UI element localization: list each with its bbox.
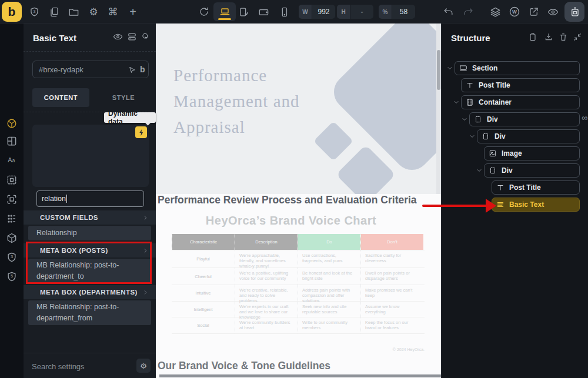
table-cell: Write to our community members [298, 317, 360, 333]
col-header: Description [235, 234, 298, 250]
active-device-underline [218, 18, 231, 20]
templates-stamp-icon[interactable] [5, 173, 19, 187]
height-value[interactable]: - [350, 5, 373, 19]
panel-title: Basic Text [33, 33, 76, 43]
device-mobile-icon[interactable] [277, 5, 291, 19]
presets-cards-icon[interactable] [126, 31, 138, 42]
text-content-area[interactable] [32, 125, 149, 187]
typography-icon[interactable]: Aa [5, 153, 19, 168]
undo-icon[interactable] [441, 5, 455, 19]
save-button[interactable] [564, 2, 584, 22]
device-tablet-rotate-icon[interactable] [236, 5, 250, 19]
dynamic-tag-relationship[interactable]: Relationship [28, 226, 151, 240]
table-cell: Sacrifice clarity for cleverness [360, 250, 423, 267]
chevron-down-icon[interactable] [461, 116, 468, 123]
group-header-meta-box-departments[interactable]: META BOX (DEPARTMENTS) [24, 285, 156, 299]
pointer-cursor-icon[interactable] [126, 64, 138, 76]
tree-node-div[interactable]: Div [484, 163, 580, 178]
chevron-down-icon[interactable] [476, 167, 483, 174]
tree-node-basic-text-selected[interactable]: Basic Text [492, 198, 580, 212]
eye-preview-icon[interactable] [546, 5, 560, 19]
shield-3-icon[interactable]: 3 [5, 250, 19, 265]
device-desktop-button[interactable] [213, 2, 236, 21]
zoom-percent-field[interactable]: % 58 [379, 5, 415, 19]
refresh-icon[interactable] [197, 5, 211, 19]
bricks-logo-button[interactable]: b [2, 2, 22, 22]
table-cell: Playful [172, 250, 235, 267]
settings-gear-icon[interactable]: ⚙ [86, 5, 101, 19]
canvas-scrollbar-thumb[interactable] [437, 50, 440, 90]
left-icon-rail: Aa 3 5 [0, 24, 24, 378]
footer-gear-icon[interactable]: ⚙ [136, 359, 151, 373]
revisions-layers-icon[interactable] [488, 5, 502, 19]
element-id-input[interactable]: #brxe-rydapk b [32, 61, 149, 78]
table-cell: Social [172, 317, 235, 333]
table-cell: Be honest and look at the bright side [298, 268, 360, 285]
chevron-down-icon[interactable] [469, 133, 476, 140]
group-header-custom-fields[interactable]: CUSTOM FIELDS [24, 210, 156, 225]
table-cell: Make promises we can’t keep [360, 285, 423, 301]
chevron-down-icon[interactable] [446, 65, 453, 72]
zoom-label: % [379, 5, 392, 19]
tree-node-post-title[interactable]: Post Title [461, 78, 580, 92]
table-cell: Dwell on pain points or disparage others [360, 268, 423, 285]
trash-icon[interactable] [557, 31, 569, 43]
dynamic-tag-mb-relationship-from[interactable]: MB Relationship: post-to-department_from [28, 300, 151, 325]
add-element-icon[interactable]: + [126, 5, 140, 19]
tab-content[interactable]: CONTENT [32, 88, 89, 107]
table-row: Playful We’re approachable, friendly, an… [172, 250, 425, 268]
shield-version-icon[interactable]: 3 [27, 5, 41, 19]
chevron-right-icon [142, 247, 149, 254]
shield-5-icon[interactable]: 5 [5, 270, 19, 284]
tree-node-div[interactable]: Div [469, 112, 580, 126]
dynamic-tag-mb-relationship-to[interactable]: MB Relationship: post-to-department_to [28, 259, 151, 283]
viewport-height-field[interactable]: H - [337, 5, 373, 19]
table-row: Intelligent We’re experts in our craft a… [172, 302, 425, 317]
eye-visibility-icon[interactable] [112, 31, 123, 42]
text-caret [66, 195, 67, 203]
zoom-value[interactable]: 58 [392, 5, 415, 19]
tree-node-post-title[interactable]: Post Title [492, 180, 580, 195]
query-loop-infinity-badge[interactable]: ∞ [582, 113, 587, 122]
search-settings-input[interactable] [32, 359, 120, 373]
tab-style[interactable]: STYLE [99, 88, 148, 107]
svg-text:W: W [512, 9, 517, 15]
wordpress-icon[interactable]: W [507, 5, 522, 19]
tree-node-image[interactable]: Image [484, 146, 580, 160]
tree-node-section[interactable]: Section [455, 61, 580, 75]
templates-folder-icon[interactable] [66, 5, 81, 19]
preview-external-link-icon[interactable] [527, 5, 541, 19]
width-value[interactable]: 992 [312, 5, 335, 19]
structure-title: Structure [451, 33, 490, 43]
chevron-down-icon[interactable] [453, 99, 460, 106]
import-download-icon[interactable] [543, 31, 554, 43]
element-settings-panel: Basic Text #brxe-rydapk b CONTENT STYLE [24, 24, 156, 378]
box-3d-icon[interactable] [5, 231, 19, 245]
layout-grid-icon[interactable] [5, 134, 19, 148]
table-cell: We’re a positive, uplifting voice for ou… [235, 268, 298, 285]
builder-canvas[interactable]: Performance Management and Appraisal Per… [156, 24, 441, 378]
bricks-builder-window: b 3 ⚙ ⌘ + [0, 0, 588, 378]
dots-grid-icon[interactable] [5, 212, 19, 226]
col-header: Don’t [360, 234, 423, 250]
tree-node-div[interactable]: Div [477, 129, 580, 143]
pages-icon[interactable] [47, 5, 61, 19]
red-arrow-head [486, 199, 496, 213]
elements-icon[interactable] [5, 116, 19, 131]
top-toolbar: b 3 ⚙ ⌘ + [0, 0, 588, 24]
dynamic-data-bolt-button[interactable] [135, 126, 147, 138]
chevron-right-icon [142, 215, 149, 221]
group-header-meta-box-posts[interactable]: META BOX (POSTS) [24, 243, 156, 257]
frame-selection-icon[interactable] [5, 192, 19, 206]
device-landscape-icon[interactable] [256, 5, 270, 19]
tree-node-container[interactable]: Container [461, 95, 580, 109]
panel-header: Basic Text [24, 24, 156, 52]
dynamic-data-search-input[interactable]: relation [36, 190, 144, 207]
element-picker-icon[interactable] [139, 31, 151, 42]
hero-section: Performance Management and Appraisal [156, 24, 441, 194]
collapse-tree-icon[interactable] [572, 31, 583, 43]
clipboard-icon[interactable] [527, 31, 539, 43]
viewport-width-field[interactable]: W 992 [299, 5, 335, 19]
keyboard-shortcuts-icon[interactable]: ⌘ [106, 5, 120, 19]
redo-icon[interactable] [461, 5, 475, 19]
